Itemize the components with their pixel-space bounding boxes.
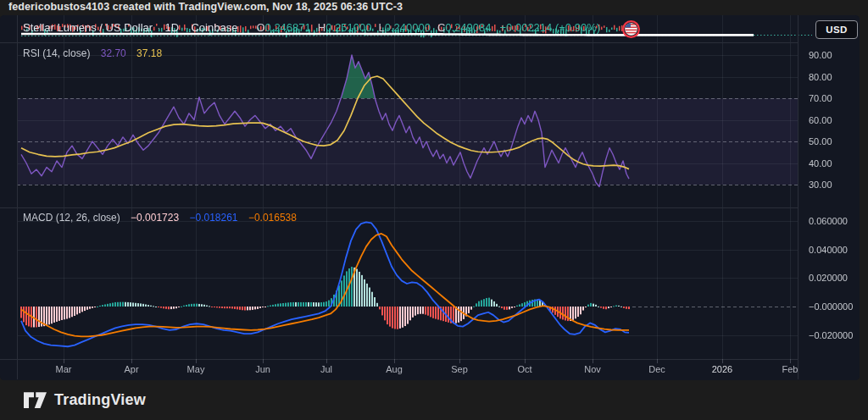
time-axis-label: Nov (574, 364, 611, 374)
macd-axis-label: 0.040000 (809, 245, 848, 255)
attribution-bar: federicobustos4103 created with TradingV… (0, 0, 868, 15)
rsi-params: (14, close) (42, 47, 90, 59)
close-value: 0.249084 (445, 21, 491, 34)
rsi-legend-row[interactable]: RSI (14, close) 32.70 37.18 (23, 47, 162, 59)
macd-line-value: −0.018261 (189, 212, 237, 224)
rsi-axis-label: 50.00 (809, 136, 832, 146)
macd-axis-label: −0.020000 (809, 330, 853, 340)
rsi-axis-label: 60.00 (809, 115, 832, 125)
rsi-axis-label: 40.00 (809, 158, 832, 169)
symbol-info-row[interactable]: Stellar Lumens / US Dollar·1D·CoinbaseO0… (23, 21, 600, 34)
rsi-axis-label: 90.00 (809, 50, 832, 60)
ohlc-values: O0.246871H0.251000L0.240000C0.249084 (249, 21, 491, 34)
time-axis-label: Oct (506, 364, 543, 374)
exchange-label: Coinbase (191, 21, 237, 34)
rsi-ma-value: 37.18 (136, 47, 162, 59)
chart-canvas[interactable] (0, 15, 860, 380)
chart-area[interactable]: Stellar Lumens / US Dollar·1D·CoinbaseO0… (0, 15, 860, 380)
us-flag-icon[interactable] (622, 20, 640, 38)
rsi-value: 32.70 (101, 47, 126, 59)
time-axis-label: Sep (441, 364, 478, 374)
high-label: H (318, 21, 326, 34)
time-axis-label: Feb (771, 364, 809, 374)
low-label: L (378, 21, 384, 34)
time-axis-label: Jul (308, 364, 345, 374)
tradingview-logo-text: TradingView (54, 391, 146, 409)
time-axis-label: Aug (376, 364, 413, 374)
macd-signal-value: −0.016538 (248, 212, 297, 224)
time-axis-label: May (177, 364, 214, 374)
open-value: 0.246871 (265, 21, 311, 34)
separator-dot: · (183, 21, 186, 34)
macd-legend-row[interactable]: MACD (12, 26, close) −0.001723 −0.018261… (23, 212, 297, 224)
symbol-title[interactable]: Stellar Lumens / US Dollar (23, 21, 153, 34)
interval-label[interactable]: 1D (165, 21, 180, 34)
rsi-axis-label: 80.00 (809, 72, 832, 82)
time-axis-label: Mar (45, 364, 82, 374)
time-axis-label: Apr (113, 364, 150, 374)
attribution-text: federicobustos4103 created with TradingV… (8, 1, 403, 13)
rsi-label: RSI (23, 47, 40, 59)
open-label: O (256, 21, 264, 34)
high-value: 0.251000 (326, 21, 371, 34)
time-axis-label: 2026 (704, 364, 741, 374)
currency-usd-button[interactable]: USD (815, 20, 858, 39)
footer-bar: TradingView (0, 380, 868, 420)
time-axis-label: Dec (638, 364, 676, 374)
macd-label: MACD (23, 212, 53, 224)
macd-axis-label: 0.020000 (809, 273, 848, 283)
tradingview-logo[interactable]: TradingView (24, 391, 146, 409)
time-axis[interactable]: MarAprMayJunJulAugSepOctNovDec2026Feb (0, 359, 798, 380)
macd-axis-label: 0.060000 (809, 216, 848, 226)
close-label: C (437, 21, 445, 34)
macd-histogram-value: −0.001723 (131, 212, 179, 224)
rsi-axis-label: 70.00 (809, 93, 832, 103)
tradingview-logo-icon (24, 391, 47, 409)
rsi-axis-label: 30.00 (809, 180, 832, 190)
price-axis[interactable]: 90.0080.0070.0060.0050.0040.0030.000.060… (798, 15, 860, 359)
change-value: +0.002214 (+0.90%) (500, 21, 601, 34)
low-value: 0.240000 (385, 21, 431, 34)
macd-params: (12, 26, close) (56, 212, 120, 224)
time-axis-label: Jun (244, 364, 281, 374)
separator-dot: · (157, 21, 160, 34)
macd-axis-label: −0.000000 (809, 301, 853, 312)
